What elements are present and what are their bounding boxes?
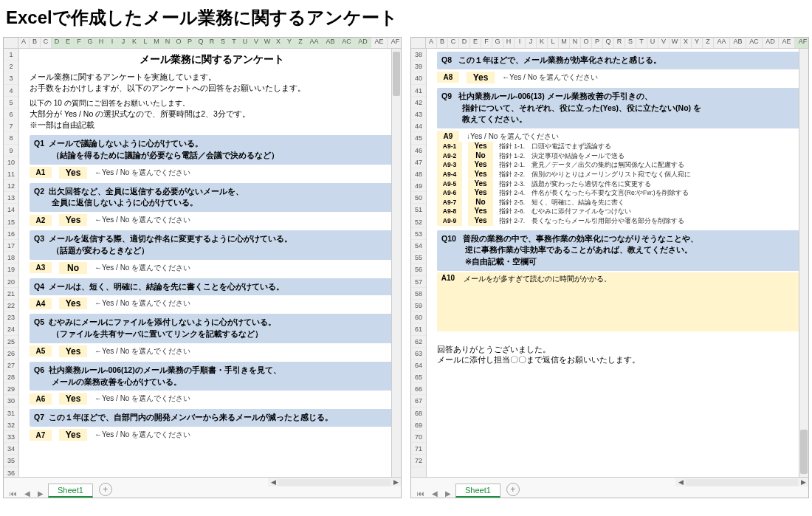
row-number[interactable]: 20 (4, 276, 18, 288)
scroll-left-icon[interactable]: ◀ (675, 478, 686, 486)
sheet-tab[interactable]: Sheet1 (455, 484, 500, 498)
column-letter[interactable]: F (481, 38, 492, 48)
column-letter[interactable]: AB (323, 38, 339, 48)
answer-value[interactable]: Yes (467, 72, 495, 83)
scroll-right-icon[interactable]: ▶ (390, 478, 401, 486)
column-letter[interactable]: D (459, 38, 470, 48)
column-letter[interactable]: O (581, 38, 592, 48)
column-letter[interactable]: AB (730, 38, 746, 48)
column-letter[interactable]: AE (371, 38, 388, 48)
sub-answer-value[interactable]: No (468, 151, 493, 161)
row-header-right[interactable]: 3839404142434445464748495051525354555657… (411, 49, 427, 477)
row-number[interactable]: 34 (4, 443, 18, 455)
row-number[interactable]: 50 (411, 192, 426, 204)
row-number[interactable]: 22 (4, 300, 18, 312)
column-letter[interactable]: L (140, 38, 151, 48)
column-letter[interactable]: AD (355, 38, 371, 48)
row-number[interactable]: 27 (4, 360, 18, 371)
column-letter[interactable]: D (52, 38, 63, 48)
sub-answer-value[interactable]: Yes (468, 160, 493, 170)
sub-answer-value[interactable]: Yes (468, 142, 493, 151)
row-header-left[interactable]: 1234567891011121314151617181920212223242… (4, 49, 19, 477)
row-number[interactable]: 64 (411, 360, 426, 371)
answer-value[interactable]: No (59, 262, 87, 274)
row-number[interactable]: 28 (4, 371, 18, 383)
column-letter[interactable]: R (614, 38, 625, 48)
row-number[interactable]: 8 (4, 132, 18, 144)
row-number[interactable]: 25 (4, 336, 18, 348)
row-number[interactable]: 7 (4, 120, 18, 132)
column-letter[interactable]: H (503, 38, 515, 48)
answer-value[interactable]: Yes (59, 429, 87, 441)
row-number[interactable]: 6 (4, 109, 18, 120)
column-letter[interactable]: G (85, 38, 96, 48)
column-letter[interactable]: Y (284, 38, 295, 48)
answer-value[interactable]: Yes (59, 167, 87, 179)
column-letter[interactable]: P (592, 38, 603, 48)
row-number[interactable]: 43 (411, 109, 426, 120)
row-number[interactable]: 5 (4, 97, 18, 109)
column-letter[interactable]: B (30, 38, 41, 48)
row-number[interactable]: 17 (4, 240, 18, 252)
row-number[interactable]: 40 (411, 72, 426, 84)
column-letter[interactable]: AC (746, 38, 763, 48)
row-number[interactable]: 42 (411, 97, 426, 109)
sub-answer-value[interactable]: Yes (468, 170, 493, 179)
column-letter[interactable]: V (658, 38, 670, 48)
tab-nav-first-icon[interactable]: ⏮ (414, 489, 427, 498)
row-number[interactable]: 18 (4, 252, 18, 264)
column-letter[interactable]: Z (703, 38, 714, 48)
row-number[interactable]: 51 (411, 204, 426, 216)
row-number[interactable]: 1 (4, 49, 18, 61)
row-number[interactable]: 67 (411, 395, 426, 407)
column-letter[interactable]: E (470, 38, 481, 48)
row-number[interactable]: 46 (411, 145, 426, 156)
row-number[interactable]: 59 (411, 300, 426, 312)
column-letter[interactable]: Y (692, 38, 703, 48)
horizontal-scrollbar[interactable]: ◀▶ (268, 477, 401, 486)
column-letter[interactable]: S (218, 38, 229, 48)
vertical-scrollbar[interactable] (799, 49, 808, 477)
row-number[interactable]: 4 (4, 85, 18, 97)
column-letter[interactable]: S (625, 38, 636, 48)
column-header-left[interactable]: ABCDEFGHIJKLMNOPQRSTUVWXYZAAABACADAEAF (4, 38, 401, 49)
column-letter[interactable]: A (18, 38, 30, 48)
column-letter[interactable]: O (173, 38, 185, 48)
column-letter[interactable]: I (515, 38, 526, 48)
row-number[interactable]: 62 (411, 336, 426, 348)
column-letter[interactable]: W (670, 38, 681, 48)
row-number[interactable]: 30 (4, 395, 18, 407)
column-letter[interactable]: U (240, 38, 251, 48)
tab-nav-prev-icon[interactable]: ◀ (429, 489, 441, 498)
sub-answer-value[interactable]: Yes (468, 216, 493, 226)
answer-free-text[interactable]: A10 メールをが多すぎて読むのに時間がかかる。 (437, 272, 801, 331)
column-letter[interactable]: M (151, 38, 162, 48)
column-letter[interactable]: M (559, 38, 570, 48)
row-number[interactable]: 56 (411, 264, 426, 275)
row-number[interactable]: 19 (4, 264, 18, 275)
row-number[interactable]: 63 (411, 348, 426, 360)
row-number[interactable]: 54 (411, 240, 426, 252)
row-number[interactable]: 70 (411, 431, 426, 443)
row-number[interactable]: 38 (411, 49, 426, 61)
column-letter[interactable]: K (537, 38, 548, 48)
column-letter[interactable]: Q (196, 38, 207, 48)
horizontal-scrollbar[interactable]: ◀▶ (675, 477, 808, 486)
sub-answer-value[interactable]: Yes (468, 188, 493, 198)
add-sheet-button[interactable]: + (506, 483, 520, 496)
column-letter[interactable]: L (548, 38, 559, 48)
row-number[interactable]: 13 (4, 192, 18, 204)
tab-nav-prev-icon[interactable]: ◀ (21, 489, 33, 498)
row-number[interactable]: 41 (411, 85, 426, 97)
column-letter[interactable]: X (273, 38, 284, 48)
row-number[interactable]: 60 (411, 312, 426, 323)
row-number[interactable]: 32 (4, 419, 18, 431)
row-number[interactable]: 72 (411, 455, 426, 467)
row-number[interactable]: 49 (411, 180, 426, 192)
row-number[interactable]: 58 (411, 288, 426, 300)
row-number[interactable]: 68 (411, 407, 426, 419)
row-number[interactable]: 9 (4, 145, 18, 156)
row-number[interactable]: 24 (4, 323, 18, 335)
row-number[interactable]: 36 (4, 467, 18, 477)
column-letter[interactable]: Z (295, 38, 306, 48)
